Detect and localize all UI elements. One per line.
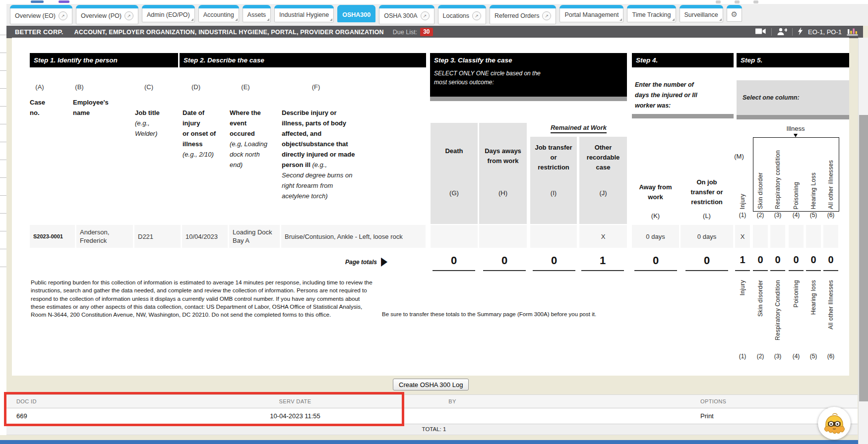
all-other-illnesses-column-header: All other illnesses xyxy=(827,160,834,209)
entry-describe-cell[interactable]: Bruise/Contusion, Ankle - Left, loose ro… xyxy=(281,225,426,248)
tab-referred-orders[interactable]: Referred Orders ↗ xyxy=(490,5,556,24)
entry-days-away-cell[interactable] xyxy=(479,225,527,248)
on-job-transfer-title: On job transfer or restriction xyxy=(681,177,733,207)
entry-hearing-cell[interactable] xyxy=(806,225,821,248)
assistant-mascot-button[interactable] xyxy=(818,407,851,440)
step1-title: Step 1. Identify the person xyxy=(34,56,118,64)
settings-tab[interactable]: ⚙ xyxy=(727,5,742,22)
main-tab-bar: Overview (EO) ↗ Overview (PO) ↗ Admin (E… xyxy=(6,4,868,26)
doc-table-total-label: TOTAL: 1 xyxy=(387,426,481,432)
app-window: Overview (EO) ↗ Overview (PO) ↗ Admin (E… xyxy=(0,0,868,444)
dropdown-indicator-icon xyxy=(719,18,722,21)
tab-overview-po[interactable]: Overview (PO) ↗ xyxy=(76,5,138,24)
col-num-3: (3) xyxy=(770,212,785,219)
dropdown-indicator-icon xyxy=(267,18,269,21)
tab-label: Admin (EO/PO) xyxy=(147,11,190,18)
col-num-2: (2) xyxy=(753,212,768,219)
col-letter-b: (B) xyxy=(60,83,99,91)
video-camera-icon[interactable] xyxy=(755,28,766,36)
step3-header: Step 3. Classify the case SELECT ONLY ON… xyxy=(430,53,627,97)
tab-label: Referred Orders xyxy=(495,12,539,19)
context-menu-items[interactable]: ACCOUNT, EMPLOYER ORGANIZATION, INDUSTRI… xyxy=(74,29,384,36)
entry-away-days-cell[interactable]: 0 days xyxy=(632,225,679,248)
entry-other-recordable-cell[interactable]: X xyxy=(579,225,627,248)
entry-skin-cell[interactable] xyxy=(753,225,768,248)
entry-case-no-cell[interactable]: S2023-0001 xyxy=(30,225,75,248)
person-add-icon[interactable] xyxy=(777,28,787,37)
tab-surveillance[interactable]: Surveillance xyxy=(680,5,723,22)
tab-locations[interactable]: Locations ↗ xyxy=(438,5,487,24)
poisoning-column-header: Poisoning xyxy=(793,182,800,209)
col-title-date: Date of injury or onset of illness (e.g.… xyxy=(183,97,232,170)
total-other-recordable: 1 xyxy=(581,254,624,271)
illness-pointer-icon xyxy=(794,134,798,137)
entry-where-cell[interactable]: Loading Dock Bay A xyxy=(229,225,280,248)
step5-note: Select one column: xyxy=(743,94,800,101)
tab-label: Overview (PO) xyxy=(81,12,122,19)
create-osha300-log-button[interactable]: Create OSHA 300 Log xyxy=(393,379,469,390)
tab-osha-300a[interactable]: OSHA 300A ↗ xyxy=(379,5,434,24)
entry-job-title-cell[interactable]: D221 xyxy=(134,225,181,248)
tab-label: OSHA 300A xyxy=(384,12,417,19)
entry-death-cell[interactable] xyxy=(431,225,478,248)
divider-bar xyxy=(737,115,849,119)
entry-job-transfer-cell[interactable] xyxy=(530,225,577,248)
total-death: 0 xyxy=(433,254,475,271)
due-list-count-badge[interactable]: 30 xyxy=(420,28,433,36)
context-bar: BETTER CORP. ACCOUNT, EMPLOYER ORGANIZAT… xyxy=(6,26,863,38)
print-link[interactable]: Print xyxy=(700,412,714,420)
tab-label: Locations xyxy=(443,12,470,19)
step1-header: Step 1. Identify the person xyxy=(30,53,178,67)
entry-all-other-cell[interactable] xyxy=(823,225,838,248)
osha300-form-panel: Step 1. Identify the person Step 2. Desc… xyxy=(12,38,849,376)
tab-assets[interactable]: Assets xyxy=(243,5,271,22)
tab-overview-eo[interactable]: Overview (EO) ↗ xyxy=(10,5,72,24)
all-other-bottom-label: All other Illnesses xyxy=(827,280,834,330)
step4-header: Step 4. xyxy=(632,53,734,67)
col-letter-f: (F) xyxy=(296,83,336,91)
tab-label: Surveillance xyxy=(684,11,718,18)
total-job-transfer: 0 xyxy=(533,254,575,271)
col-title-employee: Employee's name xyxy=(73,97,128,118)
extension-icon-fragment xyxy=(753,0,758,3)
entry-on-job-days-cell[interactable]: 0 days xyxy=(681,225,733,248)
respiratory-bottom-label: Respiratory Condition xyxy=(774,280,781,340)
death-title: Death xyxy=(431,146,478,156)
col-title-where: Where the event occured (e.g, Loading do… xyxy=(230,97,283,180)
step3-note: SELECT ONLY ONE circle based on the most… xyxy=(434,69,623,87)
entry-poisoning-cell[interactable] xyxy=(789,225,804,248)
entry-respiratory-cell[interactable] xyxy=(770,225,785,248)
external-link-icon: ↗ xyxy=(421,11,430,20)
company-name: BETTER CORP. xyxy=(15,28,63,36)
entry-injury-cell[interactable]: X xyxy=(735,225,750,248)
job-transfer-title: Job transfer or restriction xyxy=(530,143,577,172)
tab-portal-management[interactable]: Portal Management xyxy=(559,5,623,22)
tab-label: Industrial Hygiene xyxy=(279,11,329,18)
background-grid-strip xyxy=(0,4,6,435)
bottom-num-1: (1) xyxy=(735,353,750,360)
page-totals-label: Page totals xyxy=(329,259,377,266)
tab-industrial-hygiene[interactable]: Industrial Hygiene xyxy=(274,5,334,22)
step4-title: Step 4. xyxy=(636,56,658,64)
col-example-where: (e.g, Loading dock north end) xyxy=(230,139,283,170)
col-letter-j: (J) xyxy=(579,189,627,197)
col-letter-c: (C) xyxy=(129,83,169,91)
col-letter-i: (I) xyxy=(530,189,577,197)
tab-accounting[interactable]: Accounting xyxy=(198,5,239,22)
divider-bar xyxy=(430,97,627,101)
tab-admin-eo-po[interactable]: Admin (EO/PO) xyxy=(142,5,195,22)
scrollbar-thumb[interactable] xyxy=(859,115,868,401)
by-header: BY xyxy=(435,398,470,404)
lightning-icon[interactable] xyxy=(798,27,803,37)
entry-employee-cell[interactable]: Anderson, Frederick xyxy=(76,225,133,248)
step2-title: Step 2. Describe the case xyxy=(184,56,264,64)
options-header: OPTIONS xyxy=(700,398,726,404)
entry-date-cell[interactable]: 10/04/2023 xyxy=(182,225,228,248)
injury-bottom-label: Injury xyxy=(739,280,746,295)
col-num-1: (1) xyxy=(735,212,750,219)
vertical-scrollbar[interactable] xyxy=(858,38,868,444)
total-all-other: 0 xyxy=(823,254,838,271)
tab-time-tracking[interactable]: Time Tracking xyxy=(627,5,676,22)
bar-chart-icon[interactable] xyxy=(847,27,858,37)
tab-osha300[interactable]: OSHA300 xyxy=(337,5,375,22)
